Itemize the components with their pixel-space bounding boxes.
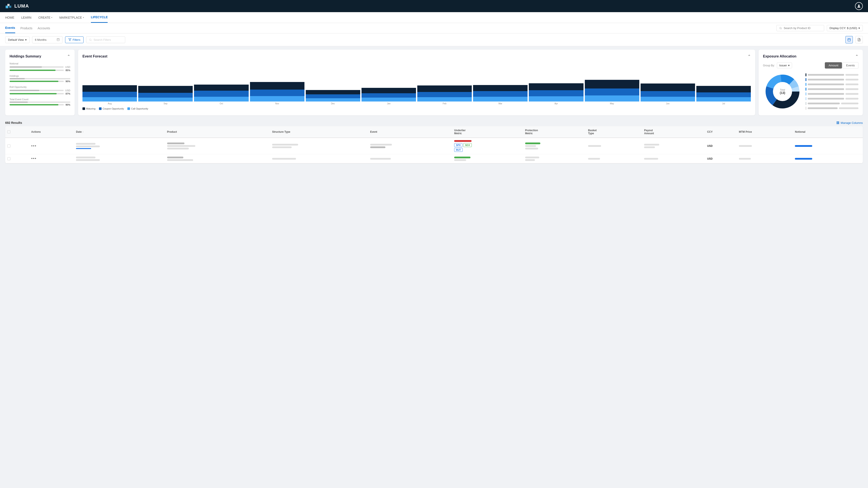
data-table: Actions Date ↑ Product Structure Type Ev… <box>5 126 863 163</box>
nav-lifecycle[interactable]: LIFECYCLE <box>91 12 108 23</box>
group-by-row: Group By: Issuer ▾ Amount Events <box>763 62 859 69</box>
export-button[interactable] <box>856 36 863 43</box>
row1-check[interactable] <box>7 144 10 148</box>
row2-actions-dots[interactable]: ••• <box>31 156 37 161</box>
svg-marker-6 <box>69 39 71 41</box>
nav-marketplace[interactable]: MARKETPLACE ▾ <box>59 12 84 23</box>
table-header-row: Actions Date ↑ Product Structure Type Ev… <box>5 126 863 138</box>
chart-legend: Maturing Coupon Opportunity Call Opportu… <box>83 107 751 110</box>
notional-green-bar <box>9 70 64 71</box>
search-filters-input[interactable]: Search Filters <box>86 36 125 43</box>
manage-columns-button[interactable]: Manage Columns <box>836 121 863 125</box>
row2-notional <box>793 154 863 163</box>
notional-label: Notional <box>9 62 70 65</box>
row1-basket <box>586 138 642 154</box>
sub-nav-tabs: Events Products Accounts <box>5 23 50 33</box>
tab-amount[interactable]: Amount <box>825 62 842 69</box>
view-select[interactable]: Default View ▾ <box>5 36 30 43</box>
row2-checkbox <box>5 154 29 163</box>
product-search-box[interactable] <box>776 25 824 31</box>
exposure-allocation-collapse[interactable]: ⌃ <box>855 54 859 59</box>
roll-green-bar <box>9 93 64 94</box>
donut-legend-row-2 <box>806 78 859 81</box>
col-event: Event <box>368 126 452 138</box>
bar-nov: Nov <box>250 82 305 105</box>
svg-rect-19 <box>838 122 839 124</box>
donut-total: Total (13) <box>780 89 785 95</box>
legend-bar-5 <box>806 92 806 95</box>
coupon-color <box>99 107 101 110</box>
display-ccy-selector[interactable]: Display CCY: $ (USD) ▾ <box>827 25 863 31</box>
legend-call: Call Opportunity <box>127 107 148 110</box>
tab-products[interactable]: Products <box>21 23 32 33</box>
date-range-input[interactable]: 6 Months <box>32 36 62 43</box>
toolbar: Default View ▾ 6 Months Filters Search F… <box>0 33 868 46</box>
holdings-summary-collapse[interactable]: ⌃ <box>67 54 70 59</box>
svg-point-4 <box>780 27 781 29</box>
nav-home[interactable]: HOME <box>5 12 14 23</box>
holdings-metrics: Notional USD 85% <box>9 62 70 106</box>
event-forecast-collapse[interactable]: ⌃ <box>748 54 751 59</box>
col-mtm-price: MTM Price <box>737 126 793 138</box>
bar-jul: Jul <box>696 86 751 105</box>
legend-val-2 <box>845 79 859 80</box>
legend-val-7 <box>841 103 859 104</box>
legend-bar-1 <box>806 73 806 76</box>
legend-bar-4 <box>806 88 806 91</box>
row2-ccy: USD <box>705 154 737 163</box>
calendar-view-button[interactable] <box>845 36 853 43</box>
event-forecast-card: Event Forecast ⌃ Aug <box>78 50 755 116</box>
filters-button[interactable]: Filters <box>65 36 84 43</box>
col-basket-type: BasketType <box>586 126 642 138</box>
donut-legend-row-8 <box>806 107 859 110</box>
nav-create[interactable]: CREATE ▾ <box>38 12 53 23</box>
legend-name-7 <box>808 103 840 104</box>
bar-mar: Mar <box>473 85 528 105</box>
amount-events-tabs: Amount Events <box>825 62 859 69</box>
row2-actions[interactable]: ••• <box>29 154 74 163</box>
legend-name-8 <box>808 107 838 109</box>
row1-mtm <box>737 138 793 154</box>
notional-gray-bar <box>9 66 64 68</box>
sub-nav-actions: Display CCY: $ (USD) ▾ <box>776 25 863 31</box>
row1-actions[interactable]: ••• <box>29 138 74 154</box>
donut-legend <box>806 73 859 110</box>
row1-event <box>368 138 452 154</box>
cards-row: Holdings Summary ⌃ Notional USD <box>5 50 863 116</box>
row1-actions-dots[interactable]: ••• <box>31 144 37 148</box>
bar-oct: Oct <box>194 85 248 105</box>
group-by-select[interactable]: Issuer ▾ <box>777 62 792 68</box>
nav-learn[interactable]: LEARN <box>21 12 31 23</box>
holdings-label: Holdings <box>9 75 70 77</box>
roll-opportunity-label: Roll Opportunity <box>9 86 70 88</box>
row1-underlier: SPX NDX RUT <box>452 138 523 154</box>
row1-product <box>165 138 270 154</box>
main-content: Holdings Summary ⌃ Notional USD <box>0 46 868 167</box>
select-all-checkbox[interactable] <box>7 130 10 133</box>
row2-structure-type <box>270 154 368 163</box>
row2-mtm <box>737 154 793 163</box>
bar-feb: Feb <box>417 86 472 105</box>
exposure-allocation-title: Exposure Allocation <box>763 55 796 58</box>
table-row: ••• <box>5 138 863 154</box>
bar-jun: Jun <box>641 84 695 105</box>
columns-icon <box>836 121 839 124</box>
product-search-input[interactable] <box>783 27 821 30</box>
holdings-summary-header: Holdings Summary ⌃ <box>9 54 70 59</box>
tab-events[interactable]: Events <box>842 62 859 69</box>
marketplace-chevron-icon: ▾ <box>83 16 84 19</box>
row2-check[interactable] <box>7 157 10 160</box>
bar-apr: Apr <box>529 83 583 105</box>
results-bar: 692 Results Manage Columns <box>5 119 863 126</box>
legend-val-5 <box>845 93 859 95</box>
svg-rect-18 <box>838 122 838 124</box>
svg-rect-5 <box>57 38 59 41</box>
col-date[interactable]: Date ↑ <box>74 126 165 138</box>
tab-accounts[interactable]: Accounts <box>37 23 50 33</box>
tab-events[interactable]: Events <box>5 23 15 33</box>
main-nav: HOME LEARN CREATE ▾ MARKETPLACE ▾ LIFECY… <box>0 12 868 23</box>
user-avatar[interactable] <box>855 2 863 10</box>
bar-dec: Dec <box>306 90 360 105</box>
col-underlier-metric: UnderlierMetric <box>452 126 523 138</box>
donut-chart: Total (13) <box>763 72 802 111</box>
